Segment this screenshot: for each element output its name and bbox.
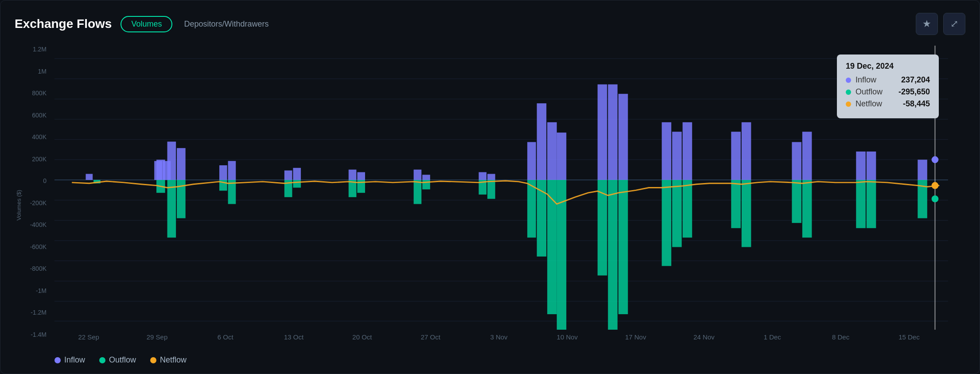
header-right: ★ ⤢ <box>916 13 965 35</box>
y-axis-title: Volumes ($) <box>16 190 22 220</box>
y-label-400k: 400K <box>30 133 51 140</box>
legend-dot-outflow <box>99 357 105 363</box>
svg-rect-74 <box>856 180 866 228</box>
svg-rect-41 <box>479 172 487 180</box>
svg-rect-50 <box>547 180 557 314</box>
y-label-1_2m: 1.2M <box>30 46 51 53</box>
x-label-dec15: 15 Dec <box>875 333 943 341</box>
svg-rect-27 <box>228 161 236 180</box>
legend-item-netflow: Netflow <box>150 355 187 365</box>
svg-rect-60 <box>662 180 672 266</box>
tooltip-outflow-dot <box>846 90 851 95</box>
svg-rect-56 <box>608 180 618 330</box>
tab-volumes[interactable]: Volumes <box>121 16 172 32</box>
svg-rect-71 <box>802 132 812 180</box>
svg-rect-45 <box>527 142 536 180</box>
svg-rect-73 <box>856 152 866 180</box>
legend: Inflow Outflow Netflow <box>54 352 965 365</box>
expand-button[interactable]: ⤢ <box>943 13 965 35</box>
legend-item-outflow: Outflow <box>99 355 136 365</box>
svg-rect-21 <box>167 142 176 180</box>
x-label-nov10: 10 Nov <box>533 333 601 341</box>
svg-rect-76 <box>867 180 876 228</box>
tooltip-outflow-value: -295,650 <box>898 87 930 97</box>
svg-rect-47 <box>537 103 547 180</box>
header-left: Exchange Flows Volumes Depositors/Withdr… <box>15 16 279 32</box>
svg-rect-49 <box>547 122 557 180</box>
x-label-nov3: 3 Nov <box>465 333 533 341</box>
svg-rect-66 <box>731 180 741 228</box>
svg-rect-55 <box>608 84 618 180</box>
y-label-neg1m: -1M <box>30 287 51 294</box>
tooltip: 19 Dec, 2024 Inflow 237,204 Outflow -295… <box>837 55 939 118</box>
svg-point-80 <box>932 156 939 164</box>
page-title: Exchange Flows <box>15 17 112 31</box>
svg-rect-33 <box>349 170 357 180</box>
svg-rect-32 <box>293 180 301 187</box>
tab-depositors[interactable]: Depositors/Withdrawers <box>174 16 278 32</box>
tooltip-netflow-dot <box>846 101 851 107</box>
chart-svg <box>54 46 965 330</box>
chart-area: Volumes ($) 1.2M 1M 800K 600K 400K 200K … <box>15 46 965 365</box>
expand-icon: ⤢ <box>950 18 958 30</box>
y-label-600k: 600K <box>30 112 51 119</box>
y-label-200k: 200K <box>30 156 51 163</box>
legend-dot-inflow <box>54 357 61 363</box>
y-label-neg800k: -800K <box>30 265 51 272</box>
y-label-neg200k: -200K <box>30 199 51 206</box>
y-label-neg1_4m: -1.4M <box>30 331 51 338</box>
svg-rect-72 <box>802 180 812 238</box>
svg-rect-57 <box>618 94 628 180</box>
chart-canvas: 19 Dec, 2024 Inflow 237,204 Outflow -295… <box>54 46 965 330</box>
y-label-neg1_2m: -1.2M <box>30 309 51 316</box>
tooltip-outflow-label: Outflow <box>856 87 894 97</box>
tooltip-netflow-value: -58,445 <box>903 99 930 109</box>
svg-rect-46 <box>527 180 536 238</box>
legend-label-outflow: Outflow <box>109 355 136 365</box>
svg-rect-77 <box>918 160 927 180</box>
svg-rect-59 <box>662 122 672 180</box>
legend-label-inflow: Inflow <box>64 355 85 365</box>
svg-point-82 <box>932 195 939 203</box>
star-icon: ★ <box>922 18 931 30</box>
svg-rect-25 <box>219 165 227 180</box>
svg-rect-22 <box>167 180 176 238</box>
x-label-dec1: 1 Dec <box>738 333 806 341</box>
x-label-nov24: 24 Nov <box>670 333 738 341</box>
svg-rect-67 <box>742 122 751 180</box>
svg-rect-35 <box>357 172 365 180</box>
svg-rect-39 <box>422 175 430 180</box>
x-label-oct6: 6 Oct <box>191 333 260 341</box>
svg-rect-29 <box>284 171 292 180</box>
tooltip-row-inflow: Inflow 237,204 <box>846 75 930 85</box>
svg-rect-44 <box>487 180 495 199</box>
svg-rect-62 <box>672 180 682 247</box>
x-label-dec8: 8 Dec <box>806 333 875 341</box>
svg-rect-70 <box>792 180 801 223</box>
svg-rect-58 <box>618 180 628 314</box>
x-axis: 22 Sep 29 Sep 6 Oct 13 Oct 20 Oct 27 Oct… <box>54 330 965 352</box>
svg-rect-65 <box>731 132 741 180</box>
star-button[interactable]: ★ <box>916 13 938 35</box>
svg-rect-68 <box>742 180 751 247</box>
svg-rect-19 <box>156 160 165 180</box>
legend-dot-netflow <box>150 357 156 363</box>
legend-item-inflow: Inflow <box>54 355 85 365</box>
tooltip-inflow-dot <box>846 78 851 83</box>
tooltip-inflow-label: Inflow <box>856 75 897 85</box>
x-label-oct27: 27 Oct <box>397 333 465 341</box>
svg-rect-15 <box>86 174 93 180</box>
svg-rect-75 <box>867 152 876 180</box>
y-label-800k: 800K <box>30 90 51 97</box>
svg-rect-63 <box>683 122 692 180</box>
main-container: Exchange Flows Volumes Depositors/Withdr… <box>0 0 980 374</box>
x-label-sep29: 29 Sep <box>123 333 191 341</box>
y-label-0: 0 <box>30 177 51 184</box>
svg-rect-64 <box>683 180 692 238</box>
tooltip-row-netflow: Netflow -58,445 <box>846 99 930 109</box>
svg-rect-37 <box>414 170 422 180</box>
x-label-oct13: 13 Oct <box>260 333 328 341</box>
svg-rect-40 <box>422 180 430 189</box>
chart-wrapper: 19 Dec, 2024 Inflow 237,204 Outflow -295… <box>54 46 965 365</box>
y-axis: 1.2M 1M 800K 600K 400K 200K 0 -200K -400… <box>30 46 54 338</box>
